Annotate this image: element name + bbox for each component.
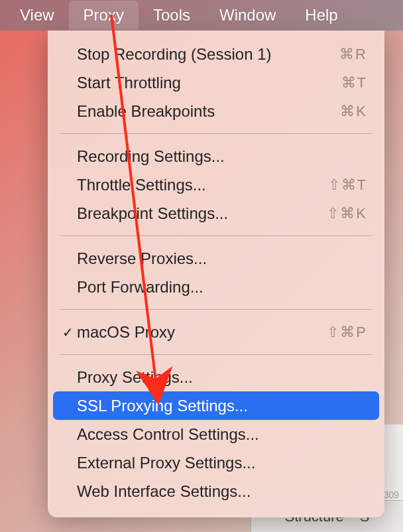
item-label: Breakpoint Settings... xyxy=(77,204,327,223)
item-label: Web Interface Settings... xyxy=(77,482,367,501)
shortcut: ⇧⌘P xyxy=(327,324,367,341)
menu-stop-recording[interactable]: Stop Recording (Session 1) ⌘R xyxy=(53,40,379,68)
shortcut: ⌘K xyxy=(340,103,367,120)
menu-recording-settings[interactable]: Recording Settings... xyxy=(53,142,379,170)
separator xyxy=(60,354,373,355)
menu-window[interactable]: Window xyxy=(205,1,290,30)
check-icon: ✓ xyxy=(58,324,77,340)
item-label: macOS Proxy xyxy=(77,323,327,342)
item-label: SSL Proxying Settings... xyxy=(77,397,367,415)
menu-view[interactable]: View xyxy=(5,1,69,30)
menu-web-interface-settings[interactable]: Web Interface Settings... xyxy=(53,477,379,505)
menu-tools[interactable]: Tools xyxy=(139,1,205,30)
menu-ssl-proxying-settings[interactable]: SSL Proxying Settings... xyxy=(53,391,379,420)
menu-external-proxy-settings[interactable]: External Proxy Settings... xyxy=(53,448,379,477)
menu-breakpoint-settings[interactable]: Breakpoint Settings... ⇧⌘K xyxy=(53,199,379,228)
item-label: Proxy Settings... xyxy=(77,368,367,387)
menu-macos-proxy[interactable]: ✓ macOS Proxy ⇧⌘P xyxy=(53,318,379,346)
menu-access-control-settings[interactable]: Access Control Settings... xyxy=(53,420,379,448)
menu-enable-breakpoints[interactable]: Enable Breakpoints ⌘K xyxy=(53,97,379,125)
menu-help[interactable]: Help xyxy=(290,1,352,30)
item-label: External Proxy Settings... xyxy=(77,454,367,472)
menu-throttle-settings[interactable]: Throttle Settings... ⇧⌘T xyxy=(53,170,379,199)
shortcut: ⌘T xyxy=(341,74,367,92)
menu-start-throttling[interactable]: Start Throttling ⌘T xyxy=(53,68,379,97)
item-label: Enable Breakpoints xyxy=(77,102,340,121)
separator xyxy=(60,133,373,134)
right-panel-sliver xyxy=(383,425,403,500)
menu-port-forwarding[interactable]: Port Forwarding... xyxy=(53,273,379,301)
item-label: Reverse Proxies... xyxy=(77,249,367,268)
shortcut: ⌘R xyxy=(339,46,367,63)
item-label: Access Control Settings... xyxy=(77,425,367,444)
shortcut: ⇧⌘T xyxy=(328,176,367,194)
menu-proxy[interactable]: Proxy xyxy=(69,1,139,30)
item-label: Throttle Settings... xyxy=(77,176,328,194)
separator xyxy=(60,309,373,310)
item-label: Port Forwarding... xyxy=(77,278,367,297)
proxy-dropdown: Stop Recording (Session 1) ⌘R Start Thro… xyxy=(48,31,384,517)
separator xyxy=(60,235,373,236)
menubar: View Proxy Tools Window Help xyxy=(0,0,403,31)
shortcut: ⇧⌘K xyxy=(327,205,367,222)
item-label: Stop Recording (Session 1) xyxy=(77,45,339,64)
menu-proxy-settings[interactable]: Proxy Settings... xyxy=(53,363,379,391)
menu-reverse-proxies[interactable]: Reverse Proxies... xyxy=(53,244,379,273)
item-label: Start Throttling xyxy=(77,74,341,92)
item-label: Recording Settings... xyxy=(77,147,367,166)
